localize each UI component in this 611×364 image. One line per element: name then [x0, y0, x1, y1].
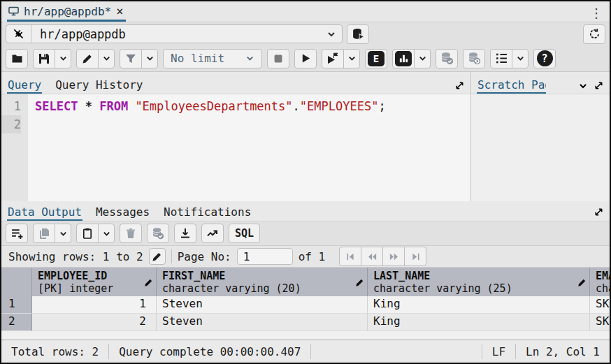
query-tool-window: hr/app@appdb* × ⋮ hr/app@appdb N [0, 0, 611, 364]
execute-options-chevron[interactable] [343, 49, 360, 68]
cell-email[interactable]: SKING [590, 314, 610, 331]
expand-icon[interactable] [454, 80, 465, 91]
execute-options-button[interactable] [322, 49, 344, 68]
tab-notifications[interactable]: Notifications [163, 203, 252, 221]
tab-scratch-pad[interactable]: Scratch Pad [477, 75, 546, 94]
save-data-button[interactable] [147, 224, 169, 243]
open-file-button[interactable] [6, 49, 28, 68]
tab-data-output[interactable]: Data Output [7, 203, 82, 221]
edit-column-icon[interactable] [144, 278, 153, 287]
copy-button[interactable] [33, 224, 55, 243]
connection-select[interactable]: hr/app@appdb [6, 24, 343, 43]
last-page-button[interactable] [404, 247, 426, 266]
column-header-email[interactable]: EMAIL character varying [590, 268, 610, 296]
query-pane: Query Query History 1 2 SELECT * FROM "E… [1, 72, 471, 201]
filter-button[interactable] [120, 49, 142, 68]
tab-query[interactable]: Query [7, 75, 42, 94]
pencil-icon [82, 53, 93, 64]
paste-options-button[interactable] [98, 224, 115, 243]
add-row-button[interactable] [6, 224, 28, 243]
cell-email[interactable]: SKING [590, 296, 610, 314]
prev-page-button[interactable] [361, 247, 383, 266]
scratch-pad-area[interactable] [471, 94, 610, 201]
eol-indicator[interactable]: LF [482, 345, 515, 358]
sql-editor[interactable]: 1 2 SELECT * FROM "EmployeesDepartments"… [1, 94, 470, 201]
new-connection-button[interactable] [347, 24, 369, 44]
edit-column-icon[interactable] [577, 278, 587, 287]
commit-button[interactable] [436, 49, 458, 68]
sql-identifier: "EmployeesDepartments" [135, 99, 292, 113]
explain-options-button[interactable] [414, 49, 431, 68]
refresh-button[interactable] [583, 24, 605, 44]
cancel-query-button[interactable] [267, 49, 289, 68]
row-number-header[interactable] [1, 268, 32, 296]
page-number-input[interactable] [237, 248, 293, 265]
filter-options-button[interactable] [141, 49, 158, 68]
chevron-down-icon[interactable] [578, 81, 588, 91]
line-number: 1 [14, 99, 21, 113]
column-header-last-name[interactable]: LAST_NAME character varying (25) [368, 268, 590, 296]
expand-icon[interactable] [594, 80, 604, 91]
main-toolbar: No limit E ? [1, 45, 610, 72]
edit-range-button[interactable] [149, 248, 166, 265]
scratch-pane: Scratch Pad [471, 72, 610, 201]
disconnect-plug-icon [6, 25, 31, 43]
save-button[interactable] [33, 49, 55, 68]
cell-first-name[interactable]: Steven [157, 314, 368, 331]
download-button[interactable] [174, 224, 196, 243]
cell-last-name[interactable]: King [368, 296, 590, 314]
chevron-down-icon [516, 54, 525, 63]
chevron-down-icon [418, 54, 427, 63]
cursor-position: Ln 2, Col 1 [516, 345, 610, 358]
filter-icon [125, 53, 136, 64]
sql-identifier: "EMPLOYEES" [300, 99, 379, 113]
delete-row-button[interactable] [120, 224, 142, 243]
edit-options-button[interactable] [98, 49, 115, 68]
macros-button[interactable] [490, 49, 512, 68]
cell-last-name[interactable]: King [368, 314, 590, 331]
output-toolbar: SQL [1, 221, 610, 246]
save-icon [38, 53, 50, 64]
explain-analyze-button[interactable] [392, 49, 415, 68]
sql-code[interactable]: SELECT * FROM "EmployeesDepartments"."EM… [28, 94, 470, 201]
execute-button[interactable] [294, 49, 317, 68]
edit-column-icon[interactable] [355, 278, 364, 287]
column-header-first-name[interactable]: FIRST_NAME character varying (20) [157, 268, 368, 296]
tab-messages[interactable]: Messages [95, 203, 150, 221]
next-page-button[interactable] [382, 247, 405, 266]
clipboard-icon [82, 228, 93, 239]
line-number: 2 [1, 115, 21, 133]
database-undo-icon [468, 52, 481, 65]
row-number-cell[interactable]: 2 [1, 314, 32, 331]
column-header-employee-id[interactable]: EMPLOYEE_ID [PK] integer [32, 268, 157, 296]
chevron-down-icon [59, 229, 68, 238]
connection-label: hr/app@appdb [31, 27, 321, 41]
chevron-down-icon [347, 54, 357, 63]
close-icon[interactable]: × [116, 4, 123, 18]
limit-select[interactable]: No limit [163, 49, 262, 68]
explain-button[interactable]: E [365, 49, 387, 68]
help-button[interactable]: ? [533, 49, 556, 68]
show-sql-button[interactable]: SQL [229, 224, 260, 243]
query-complete-label: Query complete 00:00:00.407 [109, 345, 310, 358]
editor-gutter: 1 2 [1, 94, 28, 201]
paste-button[interactable] [76, 224, 99, 243]
tab-query-tool[interactable]: hr/app@appdb* × [7, 2, 126, 22]
tab-query-history[interactable]: Query History [55, 75, 143, 94]
save-options-button[interactable] [55, 49, 71, 68]
database-play-icon [352, 28, 365, 40]
macros-chevron[interactable] [512, 49, 529, 68]
edit-button[interactable] [76, 49, 99, 68]
kebab-menu-icon[interactable]: ⋮ [583, 4, 610, 22]
graph-visualiser-button[interactable] [201, 224, 224, 243]
cell-first-name[interactable]: Steven [157, 296, 368, 314]
row-number-cell[interactable]: 1 [1, 296, 32, 314]
rollback-button[interactable] [463, 49, 485, 68]
copy-options-button[interactable] [55, 224, 71, 243]
expand-icon[interactable] [594, 207, 604, 217]
cell-employee-id[interactable]: 1 [32, 296, 157, 314]
first-page-button[interactable] [339, 247, 361, 266]
bar-chart-icon [395, 51, 412, 66]
column-type: character varying (25) [373, 282, 512, 295]
cell-employee-id[interactable]: 2 [32, 314, 157, 331]
